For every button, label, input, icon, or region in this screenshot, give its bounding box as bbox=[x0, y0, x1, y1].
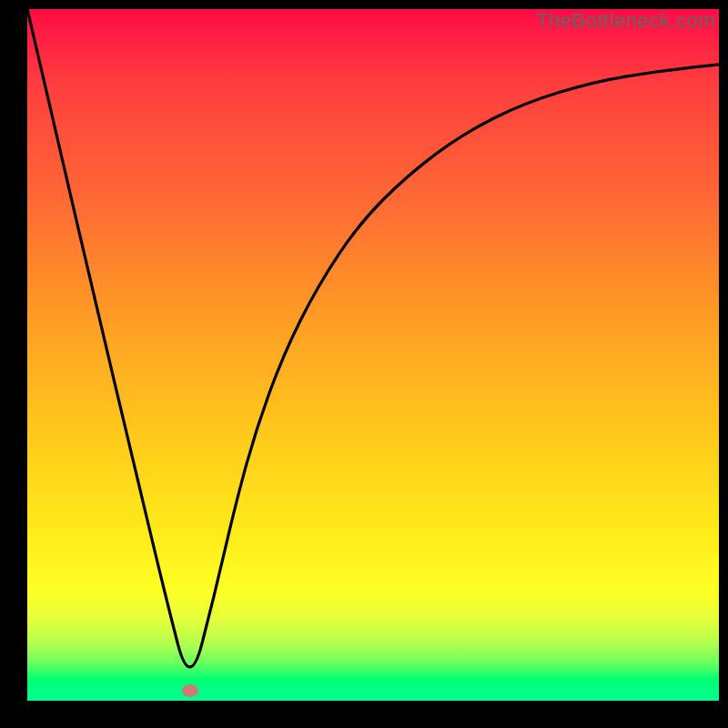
bottleneck-curve bbox=[27, 9, 719, 701]
optimal-point-marker bbox=[182, 684, 198, 697]
plot-area: TheBottleneck.com bbox=[27, 9, 719, 701]
chart-frame: TheBottleneck.com bbox=[0, 0, 728, 728]
